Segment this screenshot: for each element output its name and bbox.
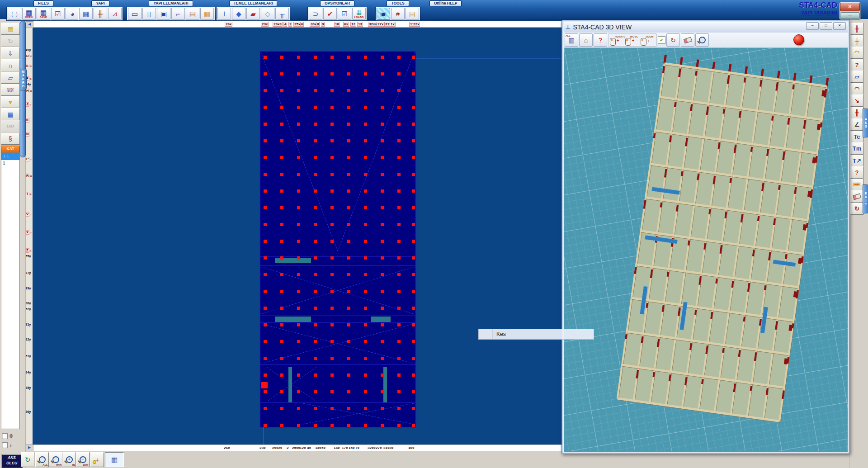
refresh-button[interactable]: ↻ <box>21 452 34 467</box>
sound-checkbox[interactable] <box>2 442 8 448</box>
zoom-out-button[interactable]: −OUT <box>76 452 90 467</box>
yapi-tasarimi-link[interactable]: YAPI TASARIMI <box>799 9 837 17</box>
plan-macro-button[interactable]: ▦ <box>1 23 20 35</box>
ruler-scroll-left-button[interactable]: ◀ <box>25 21 33 28</box>
mat-foundation-button[interactable]: ◇ <box>261 8 274 20</box>
section-profile-button[interactable]: ⊿ <box>108 8 122 20</box>
toolbar-group-label-online-help[interactable]: Online HELP <box>429 0 462 6</box>
axis-grid-tool-button[interactable]: # <box>391 8 405 20</box>
rotate-plan-button[interactable]: ↻ <box>850 203 863 215</box>
interaction-curve-icon: ∩ <box>8 62 13 69</box>
text-move-button[interactable]: Tm <box>850 142 863 155</box>
kat-row-1[interactable]: 1 <box>1 160 19 167</box>
main-minimize-button[interactable]: — <box>840 12 860 19</box>
zoom-window-button[interactable]: WIN <box>49 452 62 467</box>
axis-offset-button[interactable]: ┼ <box>850 35 863 47</box>
top-ruler-label-2: 29x3 <box>273 22 283 27</box>
axis-quad-button[interactable]: ▱ <box>850 71 863 83</box>
open-file-button[interactable]: ▦OPEN <box>22 8 36 20</box>
plan-view-button[interactable]: ▦ <box>105 452 124 467</box>
insert-storey-icon: ⇓ <box>8 50 13 57</box>
project-options-button[interactable]: ☑ <box>51 8 65 20</box>
erase-button[interactable] <box>850 190 863 203</box>
axis-distance-button[interactable]: ? <box>850 59 863 71</box>
plan-drawing[interactable] <box>33 27 561 444</box>
kiris-badge-button[interactable]: KIRI <box>850 179 863 191</box>
kat-storey-list: ⊥⊥1 <box>1 152 20 429</box>
origin-snap-button[interactable]: + <box>90 452 104 467</box>
main-close-button[interactable]: ✕ <box>840 3 860 11</box>
interaction-curve-button[interactable]: ∩ <box>1 59 20 71</box>
zoom-all-button[interactable]: ALL <box>35 452 49 467</box>
wall-button[interactable]: ▤ <box>186 8 199 20</box>
text-drag-button[interactable]: T↗ <box>850 155 863 167</box>
view3d-close-button[interactable]: ✕ <box>833 22 846 30</box>
axis-angle-button[interactable]: ∠ <box>850 118 863 131</box>
view3d-titlebar[interactable]: ⊥ STA4-CAD 3D VIEW <box>564 22 848 33</box>
single-footing-button[interactable]: ◆ <box>232 8 245 20</box>
mouse-rotate-button[interactable]: ROTATE+ <box>609 35 625 46</box>
query-element-button[interactable]: ? <box>594 33 607 47</box>
mouse-move-button[interactable]: MOVE+ <box>625 35 640 46</box>
slab-plane-3d-icon: ▱ <box>8 75 13 81</box>
find-query-button[interactable]: ? <box>850 166 863 179</box>
pile-button[interactable]: ╥ <box>275 8 289 20</box>
home-view-button[interactable]: ⌂ <box>579 33 593 47</box>
view-3d-button[interactable]: ▣ <box>377 8 390 20</box>
axis-arc-tangent-button[interactable]: ◠ <box>850 47 863 59</box>
mouse-zoom-button[interactable]: ZOOM↕ <box>640 35 656 46</box>
view3d-maximize-button[interactable]: □ <box>820 22 832 30</box>
kes-tooltip[interactable]: Kes <box>478 329 594 340</box>
axis-cross-button[interactable]: ╂ <box>850 107 863 119</box>
axis-label-Z: Z= <box>25 248 32 253</box>
axis-parallel-button[interactable]: ╫ <box>850 23 863 35</box>
polyline-element-button[interactable]: ⌐ <box>171 8 185 20</box>
loads-button[interactable]: ⇊LOADS <box>352 8 366 20</box>
axis-rotate-button[interactable]: ↘ <box>850 95 863 107</box>
beam-button[interactable]: ▭ <box>128 8 142 20</box>
clock-calculator-button[interactable]: ◕ <box>66 8 79 20</box>
aks-olcu-button[interactable]: AKSOLCU <box>1 454 23 468</box>
view3d-scene[interactable] <box>564 48 848 451</box>
aks-tab[interactable]: AKS <box>863 109 868 137</box>
copy-plan-button[interactable]: ▦ <box>1 108 20 120</box>
edit-tab[interactable]: EDIT <box>863 184 868 213</box>
zoom-page-button[interactable] <box>695 33 709 47</box>
ruler-scroll-right-button[interactable]: ▶ <box>25 444 33 451</box>
pile-spring-button[interactable]: § <box>1 132 20 145</box>
view3d-minimize-button[interactable]: – <box>806 22 819 30</box>
view3d-viewport[interactable] <box>564 48 848 452</box>
storey-axes-button[interactable]: ╫ <box>94 8 107 20</box>
rotate-plan-icon: ↻ <box>854 206 859 212</box>
footing-button[interactable]: ⊥ <box>217 8 231 20</box>
slab-plane-3d-button[interactable]: ▱ <box>1 71 20 84</box>
filter-funnel-button[interactable]: ▼ <box>1 96 20 108</box>
rotate-plan-button[interactable]: ↻ <box>666 33 680 47</box>
zoom-in-button[interactable]: +IN <box>62 452 76 467</box>
new-file-button[interactable]: ▢ <box>8 8 21 20</box>
undo-hook-button[interactable]: ⊃ <box>309 8 322 20</box>
building-general-button[interactable]: ▦ <box>79 8 93 20</box>
help-book-button[interactable]: ▤ <box>406 8 419 20</box>
renumber-elements-button[interactable]: S152S101 <box>1 84 20 96</box>
axis-arc-button[interactable]: ◠ <box>850 83 863 95</box>
beam-section-button[interactable]: ▯ <box>142 8 156 20</box>
save-file-button[interactable]: ▦SAVE <box>37 8 50 20</box>
bottom-ruler-label-5: 12x <box>300 446 306 450</box>
kat-row-0[interactable]: ⊥⊥ <box>1 153 19 160</box>
option-r-checkbox[interactable] <box>2 433 8 439</box>
solid-toggle-checkbox[interactable]: ✔ <box>658 36 665 44</box>
report-options-button[interactable]: ☑ <box>338 8 351 20</box>
all-storeys-button[interactable]: ▥ALL <box>565 33 578 47</box>
makro-tab[interactable]: MAKRO <box>20 68 27 90</box>
slab-button[interactable]: ▦ <box>200 8 214 20</box>
bottom-toolbar: ↻ALLWIN+IN−OUT+▦ <box>20 452 137 468</box>
erase-button[interactable] <box>681 33 694 47</box>
confirm-check-button[interactable]: ✔ <box>323 8 337 20</box>
column-button[interactable]: ▣ <box>157 8 170 20</box>
strip-foundation-button[interactable]: ▰ <box>246 8 260 20</box>
text-column-button[interactable]: Tc <box>850 131 863 143</box>
mouse-rotate-arrows-icon: + <box>617 39 619 43</box>
insert-storey-button[interactable]: ⇓ <box>1 47 20 59</box>
toolbar-panel-opsiyonlar: ⊃✔☑⇊LOADS <box>307 7 367 21</box>
